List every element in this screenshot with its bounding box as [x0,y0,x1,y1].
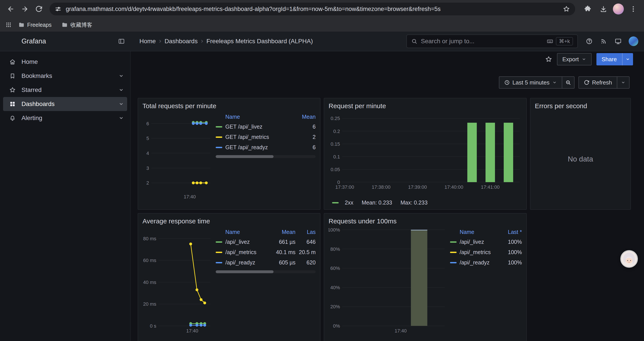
series-last: 100% [500,249,522,255]
panel-title[interactable]: Errors per second [535,102,626,110]
legend-row[interactable]: /api/_livez 100% [450,237,522,247]
timeseries-chart[interactable]: 2345617:40 [142,112,212,200]
time-range-label: Last 5 minutes [512,79,550,86]
browser-menu-button[interactable] [627,3,640,15]
browser-profile-avatar[interactable] [613,4,624,15]
share-label: Share [602,56,617,63]
breadcrumb-dashboards[interactable]: Dashboards [164,38,198,45]
panel-title[interactable]: Average response time [142,217,316,225]
chat-avatar-widget[interactable] [620,250,638,268]
sidebar-item-label: Alerting [22,115,42,122]
extensions-button[interactable] [581,3,594,15]
legend-row[interactable]: GET /api/_metrics 2 [216,132,316,142]
svg-text:0 s: 0 s [150,323,156,329]
puzzle-icon [584,5,592,13]
kiosk-mode-button[interactable] [612,35,624,47]
bookmark-folder-blogs[interactable]: 收藏博客 [58,20,96,30]
user-avatar[interactable] [629,37,638,46]
legend-header-mean[interactable]: Mean [294,114,316,120]
reload-button[interactable] [32,3,45,15]
bookmark-star-icon[interactable] [563,6,570,13]
help-button[interactable] [583,35,595,47]
site-controls-icon[interactable] [55,6,62,12]
svg-text:0.25: 0.25 [330,116,340,121]
svg-text:17:41:00: 17:41:00 [481,184,500,190]
bar-chart[interactable]: 00.050.10.150.20.2517:37:0017:38:0017:39… [328,112,522,190]
panel-total-requests: Total requests per minute 2345617:40 Nam… [138,98,320,210]
refresh-interval-button[interactable] [617,76,630,89]
series-name: GET /api/_livez [225,124,294,130]
panel-requests-under-100ms: Requests under 100ms 0%20%40%60%80%100%1… [324,213,527,341]
grafana-top-nav: Grafana Home Dashboards Freeleaps Metric… [0,32,644,51]
bar-chart[interactable]: 0%20%40%60%80%100%17:40 [328,227,447,334]
dock-menu-button[interactable] [118,38,125,45]
legend-header-name[interactable]: Name [225,229,267,235]
search-input[interactable]: Search or jump to... ⌘+k [406,35,578,48]
sidebar-item-bookmarks[interactable]: Bookmarks [3,69,127,83]
grafana-header-actions [583,35,638,47]
legend-row[interactable]: /api/_metrics 40.1 ms 20.5 m [216,247,316,257]
panel-title[interactable]: Requests under 100ms [328,217,522,225]
keyboard-icon [547,38,553,45]
export-button[interactable]: Export [557,53,592,65]
timeseries-chart[interactable]: 0 s20 ms40 ms60 ms80 ms17:40 [142,227,212,334]
url-text[interactable]: grafana.mathmast.com/d/deytv4rwavabkb/fr… [66,6,558,13]
sidebar-item-alerting[interactable]: Alerting [3,111,127,125]
refresh-button[interactable]: Refresh [578,76,617,89]
downloads-button[interactable] [597,3,610,15]
panel-title[interactable]: Request per minute [328,102,522,110]
legend-header-mean[interactable]: Mean [267,229,296,235]
share-menu-button[interactable] [622,53,633,65]
legend-row[interactable]: /api/_metrics 100% [450,247,522,257]
share-button[interactable]: Share [596,53,622,65]
legend-header-last[interactable]: Las [296,229,316,235]
svg-text:6: 6 [146,121,149,126]
forward-button[interactable] [18,3,31,15]
svg-text:0%: 0% [333,323,340,329]
scrollbar-thumb[interactable] [216,155,274,158]
chevron-down-icon[interactable] [118,87,124,93]
legend-scrollbar[interactable] [216,155,316,158]
legend-table: Name Mean GET /api/_livez 6 GET /api/_me… [216,112,316,206]
legend-row[interactable]: GET /api/_livez 6 [216,122,316,132]
legend-row[interactable]: /api/_readyz 100% [450,257,522,268]
favorite-dashboard-button[interactable] [545,56,552,63]
sidebar-item-starred[interactable]: Starred [3,83,127,97]
breadcrumb-home[interactable]: Home [140,38,156,45]
legend-series[interactable]: 2xx [332,199,353,206]
legend-scrollbar[interactable] [216,270,316,273]
apps-grid-icon[interactable] [5,22,12,28]
time-range-picker[interactable]: Last 5 minutes [499,76,562,89]
series-name: GET /api/_metrics [225,134,294,140]
chevron-right-icon [158,39,163,44]
folder-icon [18,22,24,28]
grafana-brand[interactable]: Grafana [22,37,46,45]
sidebar-item-dashboards[interactable]: Dashboards [3,97,127,111]
scrollbar-thumb[interactable] [216,270,274,273]
no-data-message: No data [568,155,593,163]
browser-toolbar-right [580,3,640,15]
bookmark-folder-freeleaps[interactable]: Freeleaps [15,21,55,30]
legend-table: Name Mean Las /api/_livez 661 µs 646 [216,227,316,341]
sidebar-item-home[interactable]: Home [3,55,127,69]
chevron-down-icon[interactable] [118,101,124,107]
legend-row[interactable]: /api/_livez 661 µs 646 [216,237,316,247]
panel-title[interactable]: Total requests per minute [142,102,316,110]
export-label: Export [562,56,579,63]
grafana-logo[interactable] [6,36,17,46]
address-bar[interactable]: grafana.mathmast.com/d/deytv4rwavabkb/fr… [50,3,575,15]
chevron-down-icon[interactable] [118,73,124,79]
legend-header-name[interactable]: Name [225,114,294,120]
back-button[interactable] [4,3,17,15]
svg-text:20 ms: 20 ms [143,301,156,307]
zoom-out-button[interactable] [562,76,574,89]
legend-header-name[interactable]: Name [460,229,500,235]
chevron-down-icon[interactable] [118,115,124,121]
legend-row[interactable]: /api/_readyz 605 µs 620 [216,257,316,268]
legend-header-last[interactable]: Last * [500,229,522,235]
news-button[interactable] [598,35,610,47]
refresh-group: Refresh [578,76,630,89]
legend-row[interactable]: GET /api/_readyz 6 [216,142,316,153]
svg-text:17:37:00: 17:37:00 [335,184,354,190]
kebab-menu-icon [630,5,637,13]
